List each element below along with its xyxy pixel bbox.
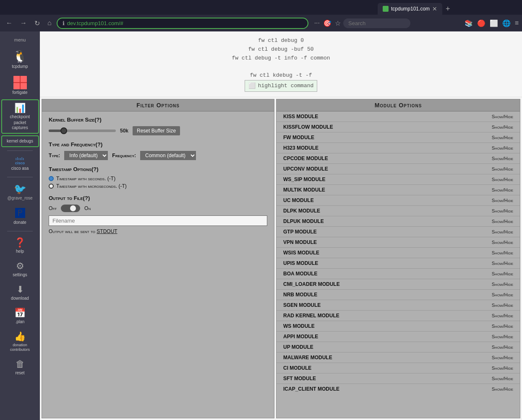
module-row: H323 MODULEShow/Hide (277, 143, 520, 153)
show-hide-button[interactable]: Show/Hide (492, 156, 513, 161)
show-hide-button[interactable]: Show/Hide (492, 166, 513, 171)
donation-contributors-label: donation contributors (3, 343, 37, 352)
sidebar-item-donation-contributors[interactable]: 👍 donation contributors (1, 329, 39, 355)
reset-buffer-button[interactable]: Reset Buffer Size (133, 126, 180, 135)
show-hide-button[interactable]: Show/Hide (492, 114, 513, 119)
addon-icon[interactable]: 🔴 (477, 19, 485, 27)
sidebar-item-cisco-asa[interactable]: ılıılı cisco cisco asa (1, 154, 39, 174)
show-hide-button[interactable]: Show/Hide (492, 282, 513, 287)
sidebar-item-tcpdump[interactable]: 🐧 tcpdump (1, 47, 39, 72)
home-button[interactable]: ⌂ (45, 18, 54, 29)
settings-label: settings (13, 272, 27, 277)
timestamp-seconds-row[interactable]: Timestamp with seconds. (-T) (49, 176, 267, 181)
show-hide-button[interactable]: Show/Hide (492, 208, 513, 213)
module-panel-title: Module Options (375, 102, 422, 109)
sidebar-divider-3 (7, 231, 33, 231)
timestamp-microseconds-radio[interactable] (49, 184, 54, 189)
module-name: DLPK MODULE (283, 208, 320, 214)
new-tab-button[interactable]: + (442, 3, 454, 15)
show-hide-button[interactable]: Show/Hide (492, 229, 513, 234)
kernel-debugs-label: kernel debugs (7, 139, 33, 144)
sidebar-item-download[interactable]: ⬇ download (1, 282, 39, 303)
show-hide-button[interactable]: Show/Hide (492, 271, 513, 276)
timestamp-microseconds-row[interactable]: Timestamp with microseconds. (-T) (49, 183, 267, 189)
sidebar-item-reset[interactable]: 🗑 reset (1, 356, 39, 378)
module-list: KISS MODULEShow/HideKISSFLOW MODULEShow/… (277, 111, 520, 394)
module-name: KISS MODULE (283, 114, 318, 119)
show-hide-button[interactable]: Show/Hide (492, 219, 513, 224)
browser-chrome: tcpdump101.com ✕ + ← → ↻ ⌂ ℹ dev.tcpdump… (0, 0, 522, 31)
show-hide-button[interactable]: Show/Hide (492, 334, 513, 339)
type-select[interactable]: Info (default) Debug (64, 151, 108, 160)
content-area: fw ctl debug 0 fw ctl debug -buf 50 fw c… (40, 31, 522, 420)
module-name: NRB MODULE (283, 292, 317, 298)
show-hide-button[interactable]: Show/Hide (492, 124, 513, 130)
tcpdump-icon: 🐧 (13, 49, 27, 63)
show-hide-button[interactable]: Show/Hide (492, 250, 513, 255)
highlight-command[interactable]: ⬜ highlight command (245, 80, 318, 92)
frequency-label: Frequency: (112, 153, 136, 158)
toggle-row: Off On (49, 205, 267, 212)
back-button[interactable]: ← (3, 18, 15, 29)
output-toggle[interactable] (61, 205, 80, 212)
module-row: WSIS MODULEShow/Hide (277, 248, 520, 258)
sidebar-item-kernel-debugs[interactable]: kernel debugs (1, 135, 39, 147)
show-hide-button[interactable]: Show/Hide (492, 135, 513, 140)
tab-close-button[interactable]: ✕ (432, 5, 437, 12)
show-hide-button[interactable]: Show/Hide (492, 313, 513, 318)
pocket-icon[interactable]: 🎯 (323, 19, 331, 27)
active-tab[interactable]: tcpdump101.com ✕ (378, 3, 442, 15)
filename-input[interactable] (49, 215, 267, 226)
reload-button[interactable]: ↻ (32, 18, 42, 29)
settings-icon[interactable]: 🌐 (502, 19, 511, 27)
show-hide-button[interactable]: Show/Hide (492, 292, 513, 297)
filter-panel-content: Kernel Buffer Size(?) 50k Reset Buffer S… (42, 111, 274, 245)
frequency-select[interactable]: Common (default) All (140, 151, 196, 160)
menu-icon[interactable]: ≡ (515, 19, 519, 27)
show-hide-button[interactable]: Show/Hide (492, 145, 513, 150)
buffer-slider[interactable] (49, 130, 116, 132)
type-frequency-title: Type and Frequency(?) (49, 141, 267, 148)
cisco-asa-label: cisco asa (11, 166, 29, 171)
sync-icon[interactable]: ⬜ (490, 19, 498, 27)
show-hide-button[interactable]: Show/Hide (492, 376, 513, 381)
show-hide-button[interactable]: Show/Hide (492, 177, 513, 182)
kernel-buffer-title: Kernel Buffer Size(?) (49, 117, 267, 123)
show-hide-button[interactable]: Show/Hide (492, 303, 513, 308)
sidebar-item-help[interactable]: ❓ help (1, 235, 39, 257)
timestamp-seconds-radio[interactable] (49, 176, 54, 181)
show-hide-button[interactable]: Show/Hide (492, 240, 513, 245)
show-hide-button[interactable]: Show/Hide (492, 198, 513, 203)
forward-button[interactable]: → (18, 18, 29, 29)
show-hide-button[interactable]: Show/Hide (492, 355, 513, 360)
module-row: SGEN MODULEShow/Hide (277, 300, 520, 311)
module-panel: Module Options KISS MODULEShow/HideKISSF… (276, 99, 520, 418)
address-bar[interactable]: ℹ dev.tcpdump101.com/# (57, 18, 308, 29)
module-name: ICAP_CLIENT MODULE (283, 386, 339, 392)
sidebar-item-settings[interactable]: ⚙ settings (1, 258, 39, 280)
show-hide-button[interactable]: Show/Hide (492, 187, 513, 192)
cisco-icon: ılıılı cisco (12, 157, 28, 165)
sidebar-item-donate[interactable]: 🅿 donate (1, 205, 39, 228)
show-hide-button[interactable]: Show/Hide (492, 386, 513, 391)
reset-label: reset (15, 371, 24, 376)
show-hide-button[interactable]: Show/Hide (492, 366, 513, 371)
plan-icon: 📅 (14, 308, 26, 319)
module-row: MULTIK MODULEShow/Hide (277, 185, 520, 195)
sidebar-item-twitter[interactable]: 🐦 @grave_rose (1, 181, 39, 203)
library-icon[interactable]: 📚 (465, 19, 473, 27)
overflow-menu-icon[interactable]: ··· (314, 19, 320, 27)
module-name: BOA MODULE (283, 271, 318, 277)
sidebar-item-fortigate[interactable]: fortigate (1, 73, 39, 98)
slider-thumb[interactable] (60, 127, 67, 134)
search-input[interactable] (343, 18, 410, 28)
sidebar-item-plan[interactable]: 📅 .plan (1, 305, 39, 327)
stdout-text: Output will be sent to STDOUT (49, 228, 267, 234)
sidebar-item-checkpoint[interactable]: 📊 checkpoint packetcaptures (1, 99, 39, 134)
sidebar-divider-1 (7, 150, 33, 151)
show-hide-button[interactable]: Show/Hide (492, 324, 513, 329)
show-hide-button[interactable]: Show/Hide (492, 261, 513, 266)
donate-label: donate (13, 220, 26, 225)
show-hide-button[interactable]: Show/Hide (492, 345, 513, 350)
bookmark-icon[interactable]: ☆ (335, 19, 341, 27)
